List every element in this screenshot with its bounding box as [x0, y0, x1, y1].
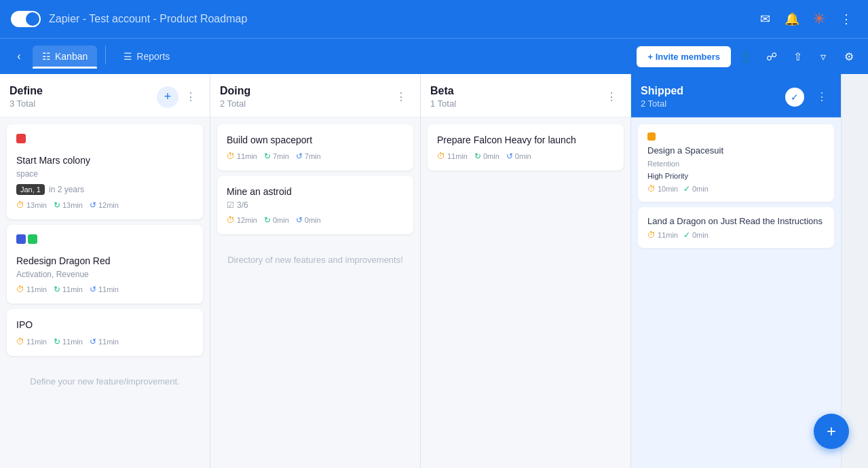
- card-falcon[interactable]: Prepare Falcon Heavy for launch ⏱ 11min …: [428, 124, 624, 170]
- stat-sync: ↻ 0min: [474, 151, 499, 161]
- stat-check: ✓ 0min: [683, 230, 709, 240]
- column-beta-more[interactable]: ⋮: [602, 88, 621, 107]
- tab-reports-label: Reports: [136, 51, 170, 62]
- card-astroid[interactable]: Mine an astroid ☑ 3/6 ⏱ 12min ↻ 0min ↺ 0…: [217, 176, 413, 234]
- column-shipped-body: Design a Spacesuit Retention High Priori…: [631, 118, 841, 468]
- column-beta-body: Prepare Falcon Heavy for launch ⏱ 11min …: [421, 118, 630, 468]
- column-define-more[interactable]: ⋮: [181, 88, 200, 107]
- column-define: Define 3 Total + ⋮ Start Mars colony spa…: [0, 74, 210, 468]
- tab-reports[interactable]: ☰ Reports: [114, 46, 179, 67]
- column-doing-empty: Directory of new features and improvemen…: [217, 240, 413, 281]
- card-dot-orange: [647, 132, 656, 141]
- stat-time: ⏱ 11min: [647, 230, 678, 240]
- date-badge: Jan, 1: [16, 184, 45, 195]
- column-doing-title: Doing: [220, 85, 389, 97]
- column-shipped-count: 2 Total: [641, 98, 785, 109]
- column-doing-count: 2 Total: [220, 98, 389, 109]
- filter-icon[interactable]: ▿: [812, 46, 834, 67]
- shipped-check-icon[interactable]: ✓: [785, 88, 804, 107]
- back-button[interactable]: ‹: [8, 46, 30, 67]
- stat-time: ⏱ 11min: [227, 151, 257, 161]
- user-icon[interactable]: 👤: [735, 46, 757, 67]
- column-beta-header: Beta 1 Total ⋮: [421, 74, 630, 118]
- checklist-icon: ☑: [227, 200, 234, 210]
- stat-sync: ↻ 11min: [54, 337, 83, 346]
- column-shipped: Shipped 2 Total ✓ ⋮ Design a Spacesuit R…: [631, 74, 842, 468]
- card-spaceport[interactable]: Build own spaceport ⏱ 11min ↻ 7min ↺ 7mi…: [217, 124, 413, 170]
- stat-refresh: ↺ 11min: [90, 337, 119, 346]
- card-spacesuit[interactable]: Design a Spacesuit Retention High Priori…: [638, 124, 834, 202]
- column-beta: Beta 1 Total ⋮ Prepare Falcon Heavy for …: [421, 74, 631, 468]
- subnav: ‹ ☷ Kanban ☰ Reports + Invite members 👤 …: [0, 38, 868, 74]
- stat-refresh: ↺ 7min: [296, 151, 321, 161]
- column-beta-count: 1 Total: [430, 98, 599, 109]
- card-ipo[interactable]: IPO ⏱ 11min ↻ 11min ↺ 11min: [7, 309, 203, 355]
- topbar: Zapier - Test account - Product Roadmap …: [0, 0, 868, 38]
- card-color-green: [28, 234, 37, 244]
- card-dragon-red[interactable]: Redesign Dragon Red Activation, Revenue …: [7, 225, 203, 304]
- stat-time: ⏱ 11min: [437, 151, 468, 161]
- card-dragon-land[interactable]: Land a Dragon on Just Read the Instructi…: [638, 207, 834, 248]
- stat-time: ⏱ 11min: [16, 337, 47, 346]
- add-card-button-define[interactable]: +: [157, 86, 178, 108]
- stat-time: ⏱ 11min: [16, 285, 47, 294]
- column-shipped-more[interactable]: ⋮: [812, 88, 831, 107]
- view-tabs: ☷ Kanban ☰ Reports: [33, 46, 179, 67]
- column-define-header: Define 3 Total + ⋮: [0, 74, 210, 118]
- card-color-blue: [16, 234, 26, 244]
- kanban-board: Define 3 Total + ⋮ Start Mars colony spa…: [0, 74, 868, 468]
- column-define-title: Define: [10, 85, 157, 97]
- settings-icon[interactable]: ⚙: [838, 46, 860, 67]
- stat-time: ⏱ 10min: [647, 184, 678, 194]
- card-color-red: [16, 134, 26, 143]
- stat-sync: ↻ 13min: [54, 200, 83, 210]
- stat-sync: ↻ 7min: [264, 151, 289, 161]
- tab-divider: [105, 46, 106, 65]
- zapier-star-icon[interactable]: ✳: [808, 8, 830, 30]
- stat-refresh: ↺ 12min: [90, 200, 119, 210]
- app-title: Zapier - Test account - Product Roadmap: [49, 13, 247, 25]
- card-mars[interactable]: Start Mars colony space Jan, 1 in 2 year…: [7, 124, 203, 219]
- stat-refresh: ↺ 0min: [506, 151, 531, 161]
- column-doing-body: Build own spaceport ⏱ 11min ↻ 7min ↺ 7mi…: [210, 118, 420, 468]
- column-define-empty: Define your new feature/improvement.: [7, 361, 203, 402]
- app-subtitle: - Product Roadmap: [150, 13, 247, 24]
- column-shipped-header: Shipped 2 Total ✓ ⋮: [631, 74, 841, 118]
- subnav-right-actions: + Invite members 👤 ☍ ⇧ ▿ ⚙: [637, 46, 860, 67]
- export-icon[interactable]: ⇧: [787, 46, 808, 67]
- invite-members-button[interactable]: + Invite members: [637, 46, 731, 67]
- stat-time: ⏱ 12min: [227, 215, 257, 225]
- chart-icon[interactable]: ☍: [761, 46, 782, 67]
- column-doing-more[interactable]: ⋮: [392, 88, 411, 107]
- column-define-body: Start Mars colony space Jan, 1 in 2 year…: [0, 118, 210, 468]
- theme-toggle[interactable]: [11, 11, 41, 27]
- tab-kanban[interactable]: ☷ Kanban: [33, 46, 97, 67]
- card-checklist: ☑ 3/6: [227, 200, 404, 210]
- app-name: Zapier - Test account: [49, 13, 150, 24]
- column-beta-title: Beta: [430, 85, 599, 97]
- fab-add-button[interactable]: +: [814, 414, 849, 449]
- column-doing: Doing 2 Total ⋮ Build own spaceport ⏱ 11…: [210, 74, 421, 468]
- column-shipped-title: Shipped: [641, 85, 785, 97]
- stat-sync: ↻ 0min: [264, 215, 289, 225]
- tab-kanban-label: Kanban: [55, 51, 88, 62]
- stat-refresh: ↺ 0min: [296, 215, 321, 225]
- stat-check: ✓ 0min: [683, 184, 709, 194]
- column-doing-header: Doing 2 Total ⋮: [210, 74, 420, 118]
- stat-sync: ↻ 11min: [54, 285, 83, 294]
- bell-icon[interactable]: 🔔: [781, 8, 803, 30]
- stat-refresh: ↺ 11min: [90, 285, 119, 294]
- stat-time: ⏱ 13min: [16, 200, 47, 210]
- column-define-count: 3 Total: [10, 98, 157, 109]
- reports-chart-icon: ☰: [124, 51, 132, 62]
- kanban-grid-icon: ☷: [42, 51, 51, 62]
- chat-icon[interactable]: ✉: [754, 8, 776, 30]
- more-options-icon[interactable]: ⋮: [835, 8, 857, 30]
- topbar-actions: ✉ 🔔 ✳ ⋮: [754, 8, 857, 30]
